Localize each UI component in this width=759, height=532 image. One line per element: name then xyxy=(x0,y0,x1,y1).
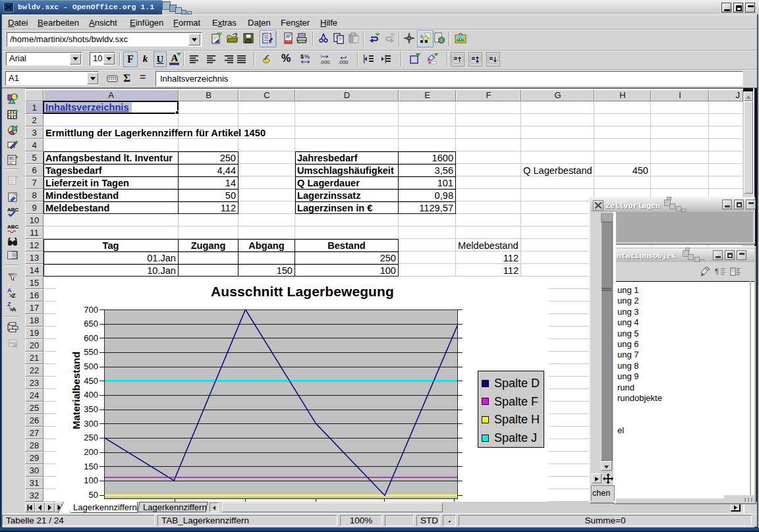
svg-text:Z: Z xyxy=(7,301,11,307)
svg-text:%: % xyxy=(304,53,310,60)
svg-text:A: A xyxy=(7,287,12,294)
svg-text:ABC: ABC xyxy=(7,207,19,213)
svg-text:¶: ¶ xyxy=(715,267,719,275)
svg-text:ABC: ABC xyxy=(7,224,19,230)
svg-text:$: $ xyxy=(300,53,304,60)
svg-text:.000: .000 xyxy=(320,59,330,65)
svg-text:.000: .000 xyxy=(338,59,349,65)
svg-text:0: 0 xyxy=(320,54,323,59)
svg-text:Z: Z xyxy=(12,292,16,299)
svg-text:A: A xyxy=(12,306,16,313)
